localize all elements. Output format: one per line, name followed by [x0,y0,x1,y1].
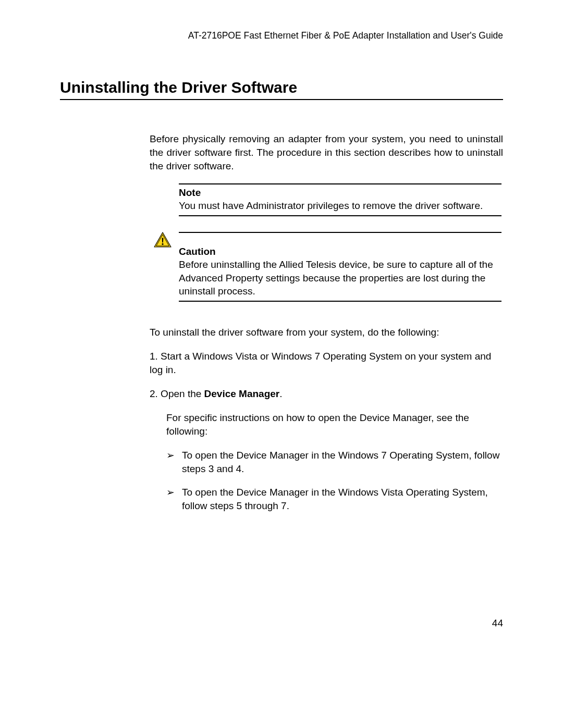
warning-icon [154,232,172,250]
lead-paragraph: To uninstall the driver software from yo… [150,326,503,339]
caution-title: Caution [179,246,501,257]
bullet-item: ➢ To open the Device Manager in the Wind… [166,449,503,476]
bullet-icon: ➢ [166,449,175,462]
intro-paragraph: Before physically removing an adapter fr… [150,132,503,173]
bullet-icon: ➢ [166,486,175,499]
section-heading: Uninstalling the Driver Software [60,79,503,100]
note-title: Note [179,187,501,199]
note-callout: Note You must have Administrator privile… [179,183,501,216]
content-area: Before physically removing an adapter fr… [60,132,503,513]
running-header: AT-2716POE Fast Ethernet Fiber & PoE Ada… [60,30,503,41]
step-2-suffix: . [279,388,282,399]
caution-callout: Caution Before uninstalling the Allied T… [179,232,501,302]
bullet-text: To open the Device Manager in the Window… [182,487,488,511]
note-text: You must have Administrator privileges t… [179,200,483,211]
caution-text: Before uninstalling the Allied Telesis d… [179,259,493,297]
bullet-item: ➢ To open the Device Manager in the Wind… [166,486,503,513]
step-2-prefix: 2. Open the [150,388,204,399]
sub-paragraph: For specific instructions on how to open… [166,411,503,438]
step-2-sub-content: For specific instructions on how to open… [166,411,503,513]
bullet-text: To open the Device Manager in the Window… [182,450,499,474]
step-2-bold: Device Manager [204,388,280,399]
step-1: 1. Start a Windows Vista or Windows 7 Op… [150,350,503,377]
svg-point-2 [162,243,163,245]
step-2: 2. Open the Device Manager. [150,387,503,401]
page-number: 44 [492,618,503,629]
